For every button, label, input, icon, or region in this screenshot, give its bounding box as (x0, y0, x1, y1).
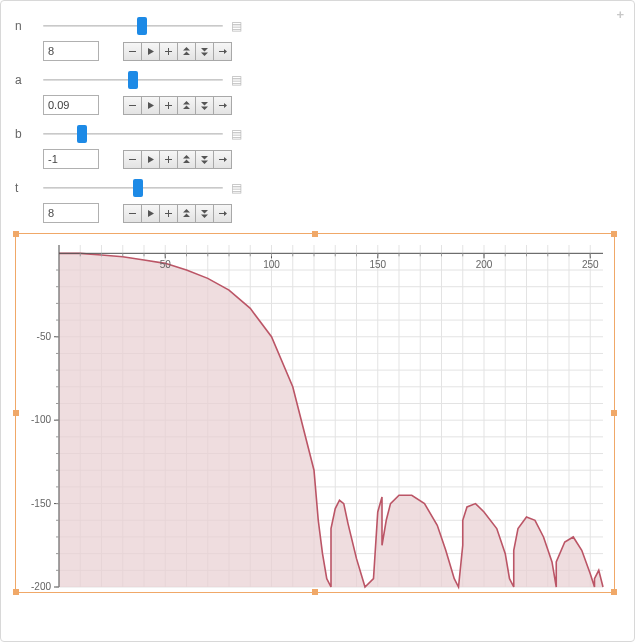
controls-area: n▤8a▤0.09b▤-1t▤8 (15, 17, 265, 223)
slider-n[interactable] (43, 18, 223, 34)
slider-a[interactable] (43, 72, 223, 88)
minus-button-a[interactable] (123, 96, 142, 115)
resize-handle-mr[interactable] (611, 410, 617, 416)
down2-button-a[interactable] (195, 96, 214, 115)
right-button-a[interactable] (213, 96, 232, 115)
plus-button-n[interactable] (159, 42, 178, 61)
slider-t[interactable] (43, 180, 223, 196)
svg-text:250: 250 (582, 259, 599, 270)
play-button-n[interactable] (141, 42, 160, 61)
minus-button-b[interactable] (123, 150, 142, 169)
svg-text:200: 200 (476, 259, 493, 270)
minus-button-n[interactable] (123, 42, 142, 61)
up2-button-a[interactable] (177, 96, 196, 115)
label-t: t (15, 181, 43, 195)
play-button-a[interactable] (141, 96, 160, 115)
slider-b[interactable] (43, 126, 223, 142)
manipulate-panel: + n▤8a▤0.09b▤-1t▤8 50100150200250-50-100… (0, 0, 635, 642)
label-b: b (15, 127, 43, 141)
plot: 50100150200250-50-100-150-200 (17, 235, 613, 591)
value-input-n[interactable]: 8 (43, 41, 99, 61)
right-button-t[interactable] (213, 204, 232, 223)
svg-text:50: 50 (160, 259, 172, 270)
up2-button-t[interactable] (177, 204, 196, 223)
svg-text:150: 150 (369, 259, 386, 270)
slider-thumb-a[interactable] (128, 71, 138, 89)
label-n: n (15, 19, 43, 33)
resize-handle-br[interactable] (611, 589, 617, 595)
svg-text:-50: -50 (37, 331, 52, 342)
plot-selection-frame[interactable]: 50100150200250-50-100-150-200 (15, 233, 615, 593)
svg-text:-100: -100 (31, 414, 51, 425)
plus-button-a[interactable] (159, 96, 178, 115)
resize-handle-bc[interactable] (312, 589, 318, 595)
slider-menu-icon[interactable]: ▤ (231, 19, 242, 33)
down2-button-b[interactable] (195, 150, 214, 169)
plus-button-b[interactable] (159, 150, 178, 169)
up2-button-n[interactable] (177, 42, 196, 61)
resize-handle-tc[interactable] (312, 231, 318, 237)
resize-handle-tl[interactable] (13, 231, 19, 237)
resize-handle-ml[interactable] (13, 410, 19, 416)
label-a: a (15, 73, 43, 87)
resize-handle-bl[interactable] (13, 589, 19, 595)
slider-thumb-t[interactable] (133, 179, 143, 197)
svg-text:-200: -200 (31, 581, 51, 591)
svg-text:100: 100 (263, 259, 280, 270)
play-button-t[interactable] (141, 204, 160, 223)
expand-icon[interactable]: + (616, 7, 624, 22)
slider-thumb-b[interactable] (77, 125, 87, 143)
slider-thumb-n[interactable] (137, 17, 147, 35)
value-input-t[interactable]: 8 (43, 203, 99, 223)
right-button-b[interactable] (213, 150, 232, 169)
slider-menu-icon[interactable]: ▤ (231, 181, 242, 195)
value-input-a[interactable]: 0.09 (43, 95, 99, 115)
value-input-b[interactable]: -1 (43, 149, 99, 169)
minus-button-t[interactable] (123, 204, 142, 223)
up2-button-b[interactable] (177, 150, 196, 169)
down2-button-t[interactable] (195, 204, 214, 223)
slider-menu-icon[interactable]: ▤ (231, 127, 242, 141)
right-button-n[interactable] (213, 42, 232, 61)
svg-text:-150: -150 (31, 498, 51, 509)
slider-menu-icon[interactable]: ▤ (231, 73, 242, 87)
plus-button-t[interactable] (159, 204, 178, 223)
resize-handle-tr[interactable] (611, 231, 617, 237)
down2-button-n[interactable] (195, 42, 214, 61)
play-button-b[interactable] (141, 150, 160, 169)
